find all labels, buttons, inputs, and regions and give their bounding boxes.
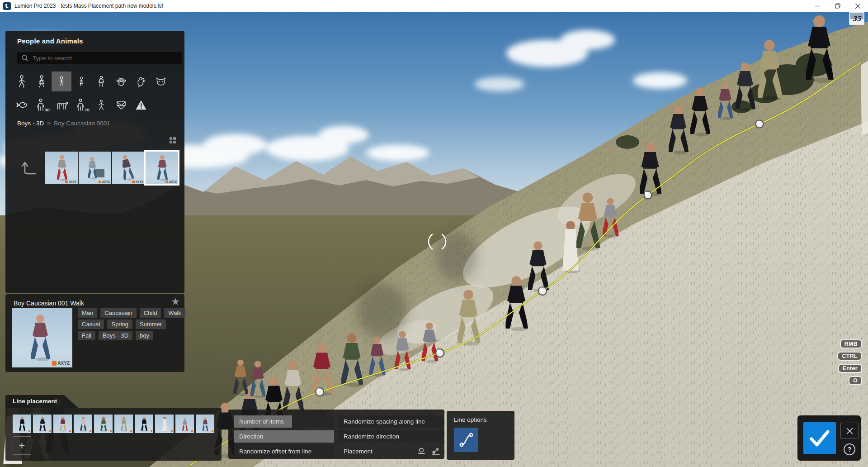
place-on-slope-icon[interactable] — [431, 447, 440, 456]
strip-thumbnail-woman-black-suit-walking[interactable] — [33, 415, 52, 433]
shortcut-ctrl: CTRL — [837, 352, 862, 361]
spline-line-button[interactable] — [454, 428, 478, 452]
line-options-label: Line options — [454, 416, 487, 423]
strip-thumbnail-man-tan-suit[interactable] — [114, 415, 133, 433]
cat-icon — [154, 75, 168, 88]
spline-icon — [457, 431, 475, 449]
confirm-panel: ? — [797, 415, 861, 461]
direction-slider[interactable]: Direction — [234, 430, 334, 443]
grid-view-icon[interactable] — [169, 137, 176, 144]
model-thumbnails: AXYZ AXYZ AXYZ AXYZ — [45, 152, 179, 184]
thumbnail-boy-sitting[interactable]: AXYZ — [79, 152, 111, 184]
tag[interactable]: Man — [78, 308, 97, 318]
category-bird[interactable] — [131, 71, 151, 91]
number-of-items-slider[interactable]: Number of items — [234, 415, 334, 428]
path-node[interactable] — [436, 349, 444, 357]
restore-button[interactable] — [827, 0, 848, 12]
people-and-animals-panel: People and Animals — [5, 31, 184, 293]
path-node[interactable] — [644, 191, 652, 199]
tag[interactable]: Walk — [164, 308, 185, 318]
strip-thumbnail-woman-white-top[interactable] — [53, 415, 72, 433]
randomize-offset-label: Randomize offset from line — [239, 448, 311, 455]
man-standing-icon — [95, 75, 107, 88]
fish-icon — [15, 98, 28, 112]
close-button[interactable] — [848, 0, 868, 12]
tag[interactable]: Child — [140, 308, 161, 318]
randomize-direction-button[interactable]: Randomize direction — [338, 430, 444, 443]
tag[interactable]: Spring — [107, 319, 132, 329]
search-input[interactable] — [17, 52, 182, 64]
category-warning[interactable] — [131, 95, 151, 115]
category-girl[interactable] — [71, 71, 91, 91]
frame-counter-badge[interactable]: 35 — [849, 12, 864, 25]
girl-icon — [76, 75, 87, 88]
placement-options-panel: Number of items Direction Randomize offs… — [228, 410, 444, 459]
cancel-button[interactable] — [840, 423, 859, 439]
category-paw[interactable] — [111, 71, 131, 91]
number-of-items-label: Number of items — [239, 418, 284, 425]
category-woman-walking[interactable] — [32, 71, 52, 91]
add-model-button[interactable]: + — [13, 436, 31, 455]
place-on-ground-icon[interactable] — [417, 447, 426, 456]
tag[interactable]: Fall — [78, 331, 95, 340]
randomize-spacing-button[interactable]: Randomize spacing along line — [338, 415, 444, 428]
item-title: Boy Caucasian 001 Walk — [14, 300, 84, 307]
tag[interactable]: Caucasian — [100, 308, 136, 318]
path-node[interactable] — [316, 388, 324, 396]
strip-thumbnail-man-green-shorts[interactable] — [94, 415, 113, 433]
close-icon — [846, 428, 853, 434]
strip-thumbnail-man-white-robe[interactable] — [155, 415, 174, 433]
tag[interactable]: Boys - 3D — [99, 331, 132, 340]
tag[interactable]: Casual — [78, 319, 104, 329]
thumbnail-boy-standing[interactable]: AXYZ — [45, 152, 78, 184]
item-preview: AXYZ — [12, 308, 72, 367]
shortcut-rmb: RMB — [840, 339, 862, 348]
strip-thumbnail-person-pink-top[interactable] — [74, 415, 92, 433]
lumion-logo-icon — [3, 2, 11, 10]
shortcut-enter: Enter — [838, 364, 862, 373]
randomize-offset-button[interactable]: Randomize offset from line — [234, 445, 334, 457]
thumbnail-boy-running[interactable]: AXYZ — [112, 152, 145, 184]
strip-thumbnail-man-black-suit[interactable] — [135, 415, 153, 433]
category-boy-walking[interactable] — [52, 71, 71, 91]
minimize-button[interactable] — [807, 0, 827, 12]
category-man-walking[interactable] — [12, 71, 32, 91]
category-geometric-cat[interactable] — [111, 95, 131, 115]
strip-thumbnail-boy-red-pants[interactable] — [175, 415, 194, 433]
confirm-button[interactable] — [803, 422, 836, 454]
category-person-2d[interactable]: 2D — [71, 95, 91, 115]
path-node[interactable] — [538, 287, 547, 295]
placement-label: Placement — [344, 448, 373, 455]
category-person-3d[interactable]: 3D — [32, 95, 52, 115]
distant-cliff — [861, 61, 868, 135]
man-walking-icon — [15, 75, 28, 88]
strip-thumbnail-boy-plum-shirt[interactable] — [196, 415, 214, 433]
randomize-spacing-label: Randomize spacing along line — [344, 418, 425, 425]
tag[interactable]: boy — [136, 331, 153, 340]
bird-icon — [134, 75, 148, 88]
axyz-watermark: AXYZ — [132, 180, 143, 183]
shortcut-o: O — [849, 376, 862, 385]
line-placement-tab-label: Line placement — [13, 398, 57, 405]
randomize-direction-label: Randomize direction — [344, 433, 399, 440]
category-stick-figure[interactable] — [91, 95, 111, 115]
breadcrumb-parent[interactable]: Boys - 3D — [17, 120, 44, 127]
line-options-panel: Line options — [447, 411, 514, 460]
category-fish[interactable] — [12, 95, 32, 115]
breadcrumb: Boys - 3D > Boy Caucasian 0001 — [17, 120, 110, 127]
help-button[interactable]: ? — [844, 443, 855, 455]
thumbnail-boy-walking-selected[interactable]: AXYZ — [146, 152, 178, 184]
category-cat[interactable] — [151, 71, 171, 91]
breadcrumb-separator: > — [47, 120, 51, 127]
axyz-watermark: AXYZ — [65, 180, 76, 183]
tag[interactable]: Summer — [136, 319, 166, 329]
up-level-arrow-button[interactable] — [22, 160, 36, 176]
warning-icon — [135, 99, 147, 111]
axyz-watermark: AXYZ — [165, 180, 177, 183]
boy-walking-icon — [56, 75, 67, 88]
path-node[interactable] — [756, 120, 764, 128]
category-quadruped[interactable] — [52, 95, 71, 115]
favorite-star-icon[interactable]: ★ — [171, 296, 180, 308]
strip-thumbnail-woman-black-suit[interactable] — [13, 415, 31, 433]
category-man-standing[interactable] — [91, 71, 111, 91]
